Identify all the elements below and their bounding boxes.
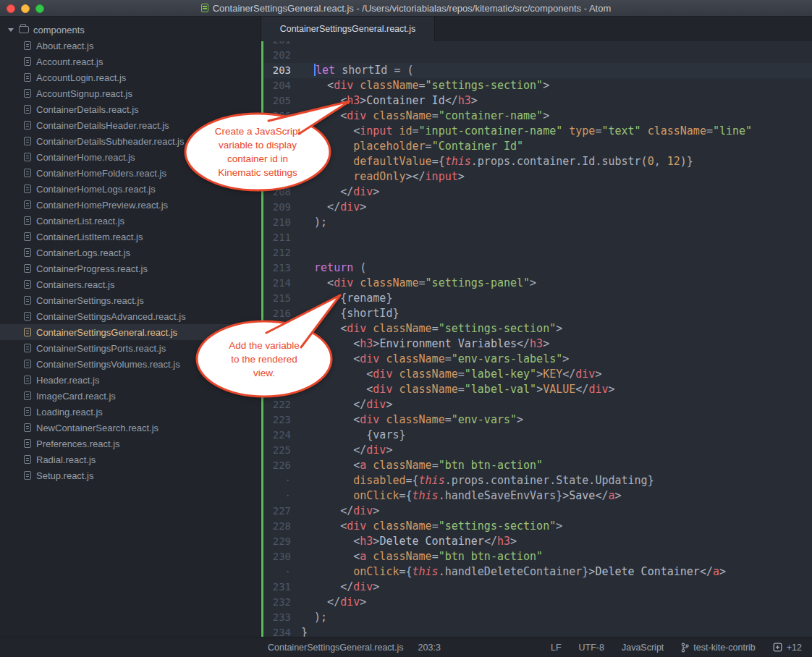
code-line[interactable]: 211 bbox=[261, 230, 812, 245]
line-number[interactable]: 231 bbox=[261, 580, 301, 595]
line-number[interactable]: 212 bbox=[261, 245, 301, 260]
tree-folder-components[interactable]: components bbox=[0, 22, 261, 38]
file-icon bbox=[24, 439, 31, 448]
tree-item[interactable]: Preferences.react.js bbox=[0, 436, 261, 452]
tree-item-label: AccountLogin.react.js bbox=[36, 72, 126, 83]
line-number[interactable]: 213 bbox=[261, 260, 301, 276]
status-git-branch[interactable]: test-kite-contrib bbox=[681, 643, 755, 653]
code-text: <a className="btn btn-action" bbox=[301, 549, 543, 564]
tree-item[interactable]: ContainerProgress.react.js bbox=[0, 260, 261, 276]
file-icon bbox=[24, 407, 31, 416]
callout-create-variable: Create a JavaScript variable to display … bbox=[183, 96, 364, 199]
line-number[interactable]: 226 bbox=[261, 458, 301, 473]
tab-container-settings-general[interactable]: ContainerSettingsGeneral.react.js bbox=[261, 17, 435, 41]
code-line[interactable]: 228 <div className="settings-section"> bbox=[261, 519, 812, 534]
line-number[interactable]: 234 bbox=[261, 625, 301, 637]
code-line[interactable]: 201 bbox=[261, 41, 812, 48]
wrap-indicator[interactable]: · bbox=[261, 564, 301, 580]
status-git-diff[interactable]: +12 bbox=[773, 643, 802, 653]
tree-item[interactable]: Account.react.js bbox=[0, 54, 261, 69]
code-line[interactable]: 202 bbox=[261, 48, 812, 63]
status-encoding[interactable]: UTF-8 bbox=[579, 643, 604, 653]
code-line[interactable]: 232 </div> bbox=[261, 595, 812, 610]
code-line[interactable]: 226 <a className="btn btn-action" bbox=[261, 458, 812, 473]
file-icon bbox=[24, 455, 31, 464]
code-text: </div> bbox=[301, 504, 379, 519]
line-number[interactable]: 227 bbox=[261, 504, 301, 519]
line-number[interactable]: 228 bbox=[261, 519, 301, 534]
code-line[interactable]: 225 </div> bbox=[261, 443, 812, 458]
tree-item[interactable]: ContainerListItem.react.js bbox=[0, 229, 261, 245]
status-grammar[interactable]: JavaScript bbox=[622, 643, 664, 653]
file-icon bbox=[24, 391, 31, 400]
line-number[interactable]: 210 bbox=[261, 215, 301, 230]
tree-item[interactable]: Loading.react.js bbox=[0, 404, 261, 420]
tree-item[interactable]: AccountLogin.react.js bbox=[0, 69, 261, 85]
code-line[interactable]: 229 <h3>Delete Container</h3> bbox=[261, 534, 812, 549]
tree-item-label: ContainerSettingsAdvanced.react.js bbox=[36, 311, 186, 322]
code-line[interactable]: 223 <div className="env-vars"> bbox=[261, 412, 812, 428]
tree-item[interactable]: Radial.react.js bbox=[0, 452, 261, 467]
line-number[interactable]: 204 bbox=[261, 78, 301, 93]
code-text: let shortId = ( bbox=[301, 63, 414, 78]
tree-item-label: Loading.react.js bbox=[36, 407, 103, 417]
code-line[interactable]: · disabled={this.props.container.State.U… bbox=[261, 473, 812, 488]
minimize-window-button[interactable] bbox=[21, 4, 30, 13]
file-icon bbox=[24, 89, 31, 98]
code-line[interactable]: 210 ); bbox=[261, 215, 812, 230]
status-line-ending[interactable]: LF bbox=[551, 643, 562, 653]
file-icon bbox=[24, 105, 31, 114]
line-number[interactable]: 230 bbox=[261, 549, 301, 564]
git-branch-icon bbox=[681, 643, 689, 653]
status-file-name[interactable]: ContainerSettingsGeneral.react.js bbox=[268, 643, 404, 653]
status-cursor-position[interactable]: 203:3 bbox=[418, 643, 441, 653]
code-line[interactable]: · onClick={this.handleDeleteContainer}>D… bbox=[261, 564, 812, 580]
tree-item-label: ContainerSettings.react.js bbox=[36, 295, 144, 306]
code-line[interactable]: 203 let shortId = ( bbox=[261, 63, 812, 78]
code-line[interactable]: 224 {vars} bbox=[261, 428, 812, 443]
tree-item-label: Setup.react.js bbox=[36, 470, 94, 481]
code-text: <div className="settings-section"> bbox=[301, 78, 549, 93]
tree-item[interactable]: ContainerHomePreview.react.js bbox=[0, 197, 261, 213]
code-line[interactable]: 212 bbox=[261, 245, 812, 260]
file-icon bbox=[24, 185, 31, 193]
code-line[interactable]: 209 </div> bbox=[261, 200, 812, 215]
line-number[interactable]: 233 bbox=[261, 610, 301, 625]
line-number[interactable]: 201 bbox=[261, 41, 301, 48]
code-line[interactable]: 204 <div className="settings-section"> bbox=[261, 78, 812, 93]
tree-item-label: ImageCard.react.js bbox=[36, 391, 116, 402]
code-text: onClick={this.handleDeleteContainer}>Del… bbox=[301, 564, 726, 580]
tree-item-label: ContainerListItem.react.js bbox=[36, 232, 143, 242]
code-line[interactable]: 227 </div> bbox=[261, 504, 812, 519]
line-number[interactable]: 203 bbox=[261, 63, 301, 78]
tree-item-label: ContainerSettingsGeneral.react.js bbox=[36, 327, 177, 338]
code-line[interactable]: 234} bbox=[261, 625, 812, 637]
line-number[interactable]: 229 bbox=[261, 534, 301, 549]
line-number[interactable]: 232 bbox=[261, 595, 301, 610]
tree-item[interactable]: ContainerList.react.js bbox=[0, 213, 261, 229]
tree-item-label: Header.react.js bbox=[36, 375, 99, 386]
file-icon bbox=[24, 423, 31, 432]
file-icon bbox=[24, 121, 31, 130]
line-number[interactable]: 225 bbox=[261, 443, 301, 458]
wrap-indicator[interactable]: · bbox=[261, 473, 301, 488]
line-number[interactable]: 211 bbox=[261, 230, 301, 245]
close-window-button[interactable] bbox=[7, 4, 15, 13]
tree-item[interactable]: ContainerLogs.react.js bbox=[0, 245, 261, 260]
chevron-down-icon bbox=[8, 28, 14, 32]
code-line[interactable]: · onClick={this.handleSaveEnvVars}>Save<… bbox=[261, 488, 812, 504]
code-line[interactable]: 231 </div> bbox=[261, 580, 812, 595]
line-number[interactable]: 223 bbox=[261, 412, 301, 428]
tree-item[interactable]: About.react.js bbox=[0, 38, 261, 54]
zoom-window-button[interactable] bbox=[35, 4, 44, 13]
code-line[interactable]: 213 return ( bbox=[261, 260, 812, 276]
line-number[interactable]: 209 bbox=[261, 200, 301, 215]
code-line[interactable]: 233 ); bbox=[261, 610, 812, 625]
tree-item[interactable]: Setup.react.js bbox=[0, 467, 261, 483]
text-cursor bbox=[314, 64, 316, 76]
line-number[interactable]: 224 bbox=[261, 428, 301, 443]
code-line[interactable]: 230 <a className="btn btn-action" bbox=[261, 549, 812, 564]
line-number[interactable]: 202 bbox=[261, 48, 301, 63]
tree-item[interactable]: NewContainerSearch.react.js bbox=[0, 420, 261, 436]
wrap-indicator[interactable]: · bbox=[261, 488, 301, 504]
